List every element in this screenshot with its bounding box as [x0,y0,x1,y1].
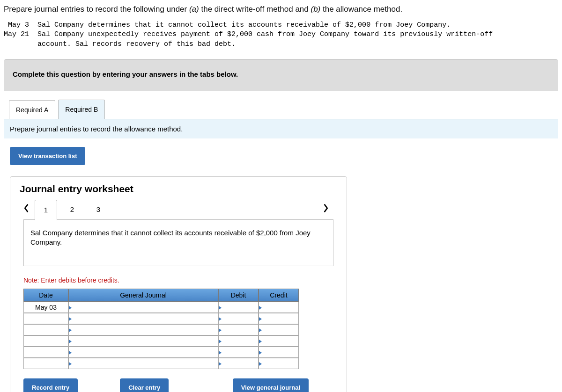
cell-date[interactable] [23,358,68,369]
table-row [23,347,299,358]
cell-date[interactable] [23,335,68,347]
instruction-banner: Complete this question by entering your … [4,60,558,92]
prompt-lead: Prepare journal entries to record the fo… [4,5,189,14]
cell-credit[interactable] [259,358,299,369]
cell-debit[interactable] [218,347,259,358]
cell-debit[interactable] [218,335,259,347]
cell-debit[interactable] [218,302,259,313]
cell-general-journal[interactable] [68,335,218,347]
prompt-b: (b) [311,5,321,14]
required-tabs: Required A Required B [4,92,558,119]
entry-description: Sal Company determines that it cannot co… [23,219,333,267]
cell-general-journal[interactable] [68,347,218,358]
cell-general-journal[interactable] [68,302,218,313]
journal-entry-table: Date General Journal Debit Credit May 03 [23,289,299,369]
cell-credit[interactable] [259,324,299,335]
prompt-a: (a) [189,5,199,14]
cell-credit[interactable] [259,347,299,358]
view-transaction-list-button[interactable]: View transaction list [10,147,85,165]
cell-debit[interactable] [218,358,259,369]
cell-credit[interactable] [259,302,299,313]
cell-debit[interactable] [218,313,259,324]
col-header-date: Date [23,289,68,302]
prompt-mid1: the direct write-off method and [199,5,311,14]
table-row [23,313,299,324]
cell-general-journal[interactable] [68,324,218,335]
tab-required-a[interactable]: Required A [9,100,55,119]
cell-credit[interactable] [259,313,299,324]
clear-entry-button[interactable]: Clear entry [120,378,169,392]
answer-container: Complete this question by entering your … [4,59,558,392]
tab-content: View transaction list Journal entry work… [4,138,558,392]
table-row: May 03 [23,302,299,313]
tab-subhead: Prepare journal entries to record the al… [4,119,558,138]
col-header-credit: Credit [259,289,299,302]
journal-worksheet: Journal entry worksheet 1 2 3 Sal Compan… [10,176,347,392]
view-general-journal-button[interactable]: View general journal [233,378,309,392]
worksheet-pager: 1 2 3 [10,199,347,220]
transaction-text: May 3 Sal Company determines that it can… [4,21,558,49]
table-row [23,358,299,369]
cell-date[interactable]: May 03 [23,302,68,313]
worksheet-page-3[interactable]: 3 [87,203,110,217]
cell-general-journal[interactable] [68,358,218,369]
table-row [23,335,299,347]
record-entry-button[interactable]: Record entry [23,378,78,392]
chevron-left-icon[interactable] [20,203,33,216]
table-row [23,324,299,335]
question-prompt: Prepare journal entries to record the fo… [4,5,558,14]
prompt-mid2: the allowance method. [320,5,402,14]
col-header-general-journal: General Journal [68,289,218,302]
tab-required-b[interactable]: Required B [58,100,105,119]
worksheet-title: Journal entry worksheet [10,177,347,199]
worksheet-buttons: Record entry Clear entry View general jo… [10,378,322,392]
cell-date[interactable] [23,347,68,358]
chevron-right-icon[interactable] [319,203,333,216]
col-header-debit: Debit [218,289,259,302]
cell-date[interactable] [23,313,68,324]
cell-date[interactable] [23,324,68,335]
cell-debit[interactable] [218,324,259,335]
worksheet-page-1[interactable]: 1 [35,200,57,220]
cell-credit[interactable] [259,335,299,347]
cell-general-journal[interactable] [68,313,218,324]
worksheet-page-2[interactable]: 2 [61,203,83,217]
entry-note: Note: Enter debits before credits. [10,266,347,289]
